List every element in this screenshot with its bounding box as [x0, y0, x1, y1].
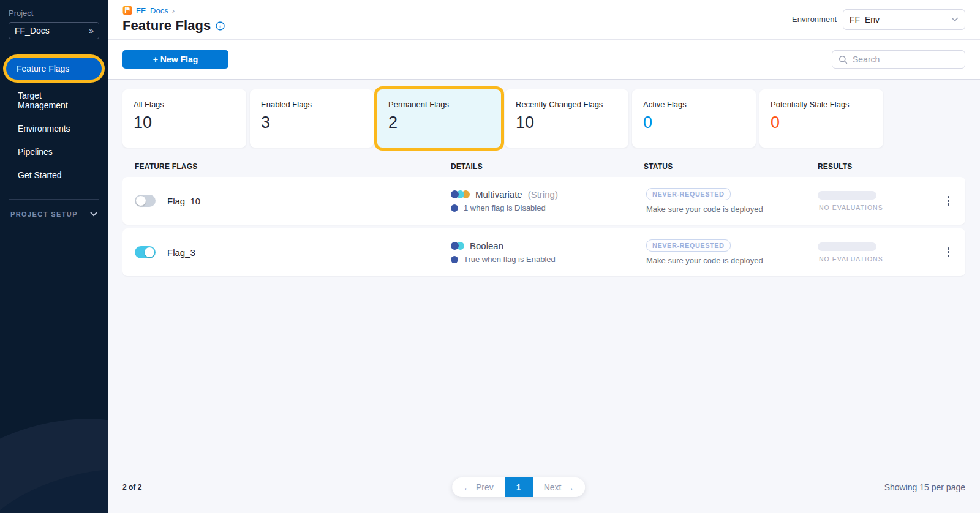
filter-card-active-flags[interactable]: Active Flags 0 [632, 89, 756, 148]
pagination: ← Prev 1 Next → [452, 477, 586, 497]
sidebar-item-get-started[interactable]: Get Started [7, 164, 100, 186]
toolbar: + New Flag [108, 40, 980, 80]
results-text: NO EVALUATIONS [818, 255, 883, 263]
environment-label: Environment [792, 15, 837, 24]
main-area: FF_Docs › Feature Flags Environment FF_E… [108, 0, 980, 513]
project-selector[interactable]: FF_Docs » [9, 22, 99, 39]
sidebar-divider [9, 199, 99, 200]
stat-label: Potentially Stale Flags [771, 100, 872, 109]
sidebar-item-target-management[interactable]: Target Management [7, 84, 100, 116]
row-count: 2 of 2 [123, 483, 141, 492]
stat-value: 3 [261, 113, 363, 132]
filter-card-all-flags[interactable]: All Flags 10 [123, 89, 246, 148]
project-name: FF_Docs [15, 26, 50, 36]
breadcrumb: FF_Docs › [123, 5, 225, 16]
sidebar-item-feature-flags[interactable]: Feature Flags [6, 58, 102, 80]
footer: 2 of 2 ← Prev 1 Next → Showing 15 per pa… [123, 477, 965, 513]
table-header: FEATURE FLAGS DETAILS STATUS RESULTS [123, 156, 965, 177]
per-page-text: Showing 15 per page [884, 482, 965, 492]
project-setup-label: PROJECT SETUP [10, 211, 78, 218]
results-bar [818, 191, 876, 200]
row-menu-icon[interactable] [944, 192, 954, 209]
stat-value: 0 [771, 113, 872, 132]
sidebar-item-environments[interactable]: Environments [7, 118, 100, 140]
flag-name[interactable]: Flag_3 [167, 247, 195, 258]
column-details: DETAILS [451, 162, 644, 171]
environment-value: FF_Env [850, 15, 880, 24]
variation-dot-icon [451, 256, 458, 263]
search-icon [839, 55, 848, 64]
flag-filter-cards: All Flags 10 Enabled Flags 3 Permanent F… [123, 89, 965, 148]
breadcrumb-separator: › [172, 6, 175, 15]
chevron-down-icon [951, 17, 959, 22]
project-label: Project [9, 9, 99, 18]
row-menu-icon[interactable] [944, 244, 954, 261]
default-rule: 1 when flag is Disabled [464, 203, 546, 212]
column-status: STATUS [644, 162, 818, 171]
status-text: Make sure your code is deployed [646, 204, 763, 214]
page-header: FF_Docs › Feature Flags Environment FF_E… [108, 0, 980, 40]
arrow-right-icon: → [566, 482, 575, 492]
filter-card-enabled-flags[interactable]: Enabled Flags 3 [250, 89, 374, 148]
current-page-button[interactable]: 1 [505, 477, 533, 497]
stat-value: 10 [516, 113, 617, 132]
multivariate-icon [451, 190, 470, 198]
chevron-down-icon [90, 212, 97, 217]
search-input[interactable] [853, 54, 963, 64]
environment-select[interactable]: FF_Env [843, 9, 965, 30]
flag-type-detail: (String) [528, 189, 558, 200]
prev-page-button[interactable]: ← Prev [452, 477, 505, 497]
variation-dot-icon [451, 204, 458, 212]
stat-label: Recently Changed Flags [516, 100, 617, 109]
breadcrumb-project-link[interactable]: FF_Docs [136, 6, 168, 15]
flag-type: Multivariate [475, 189, 522, 200]
arrow-left-icon: ← [463, 482, 472, 492]
sidebar: Project FF_Docs » Feature Flags Target M… [0, 0, 108, 513]
expand-chevrons-icon[interactable]: » [89, 26, 93, 36]
stat-label: All Flags [134, 100, 235, 109]
filter-card-permanent-flags[interactable]: Permanent Flags 2 [377, 89, 501, 148]
stat-value: 0 [643, 113, 745, 132]
flag-name[interactable]: Flag_10 [167, 196, 200, 206]
info-icon[interactable] [216, 21, 225, 31]
stat-label: Permanent Flags [388, 100, 490, 109]
results-bar [818, 242, 876, 251]
column-results: RESULTS [818, 162, 929, 171]
results-text: NO EVALUATIONS [818, 204, 883, 211]
status-text: Make sure your code is deployed [646, 256, 763, 265]
column-feature-flags: FEATURE FLAGS [135, 162, 451, 171]
search-box [832, 50, 965, 69]
table-row[interactable]: Flag_3 Boolean True when flag is Enabled… [123, 228, 965, 276]
flag-type: Boolean [470, 241, 503, 251]
next-page-button[interactable]: Next → [533, 477, 586, 497]
table-row[interactable]: Flag_10 Multivariate (String) 1 when fla… [123, 177, 965, 225]
status-badge: NEVER-REQUESTED [646, 188, 731, 200]
new-flag-button[interactable]: + New Flag [123, 50, 228, 69]
filter-card-potentially-stale-flags[interactable]: Potentially Stale Flags 0 [760, 89, 883, 148]
flag-toggle[interactable] [135, 246, 156, 258]
default-rule: True when flag is Enabled [464, 255, 556, 264]
status-badge: NEVER-REQUESTED [646, 239, 731, 252]
page-title: Feature Flags [123, 18, 211, 34]
filter-card-recently-changed-flags[interactable]: Recently Changed Flags 10 [505, 89, 628, 148]
boolean-icon [451, 242, 464, 250]
sidebar-item-pipelines[interactable]: Pipelines [7, 141, 100, 163]
sidebar-nav: Feature Flags Target Management Environm… [0, 54, 108, 187]
stat-label: Active Flags [643, 100, 745, 109]
environment-picker: Environment FF_Env [792, 5, 965, 34]
stat-label: Enabled Flags [261, 100, 363, 109]
project-setup-toggle[interactable]: PROJECT SETUP [10, 211, 97, 218]
feature-flags-module-icon [123, 6, 132, 15]
content: All Flags 10 Enabled Flags 3 Permanent F… [108, 80, 980, 513]
flag-toggle[interactable] [135, 195, 156, 207]
stat-value: 10 [134, 113, 235, 132]
stat-value: 2 [388, 113, 490, 132]
